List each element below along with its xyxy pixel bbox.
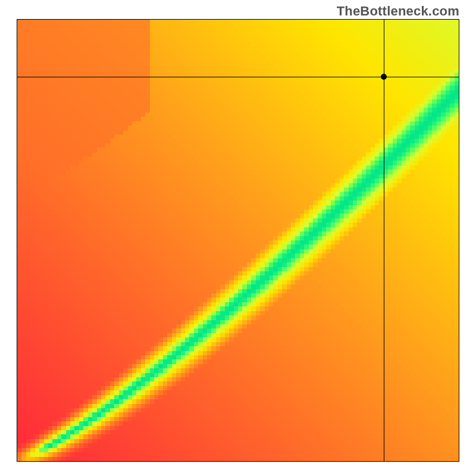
data-point-marker bbox=[381, 74, 387, 80]
heatmap-plot bbox=[17, 19, 459, 462]
crosshair-horizontal bbox=[17, 77, 459, 77]
chart-container: TheBottleneck.com bbox=[0, 0, 476, 476]
heatmap-canvas bbox=[17, 20, 459, 461]
crosshair-vertical bbox=[384, 20, 384, 461]
watermark-text: TheBottleneck.com bbox=[337, 4, 459, 19]
